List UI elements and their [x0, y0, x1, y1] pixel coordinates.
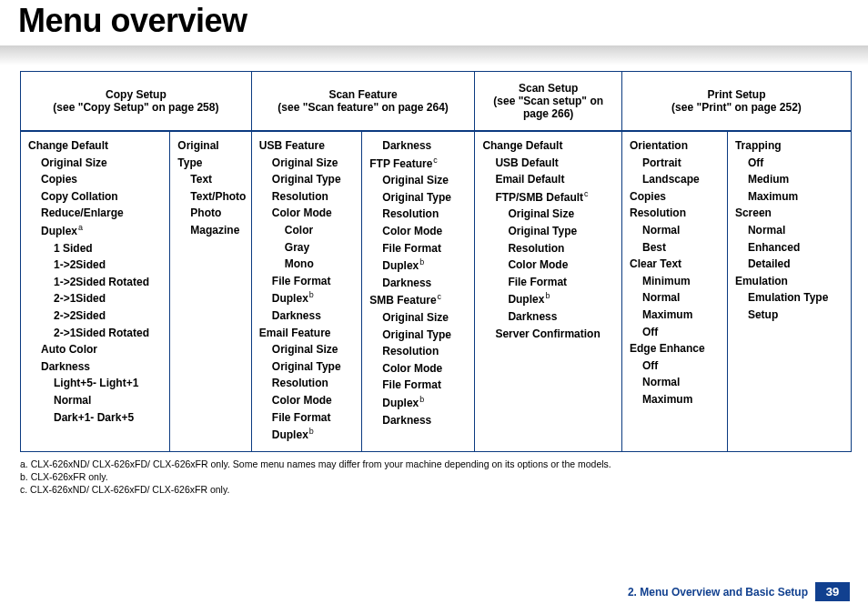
menu-item: Duplexb	[259, 289, 354, 307]
menu-item: Original Size	[259, 155, 354, 172]
menu-item: Color	[259, 222, 354, 239]
menu-item: Copies	[28, 171, 162, 188]
menu-item: File Format	[369, 240, 467, 257]
menu-item: Minimum	[630, 273, 720, 290]
menu-item: Resolution	[630, 205, 720, 222]
menu-item: Original Type	[482, 223, 614, 240]
menu-item: Photo	[177, 205, 243, 222]
menu-item: Normal	[28, 392, 162, 409]
menu-item: 2->2Sided	[28, 307, 162, 325]
menu-item: Darkness	[369, 412, 467, 429]
menu-item: Portrait	[630, 155, 720, 172]
menu-item: Resolution	[369, 206, 467, 223]
menu-item: Resolution	[482, 240, 614, 257]
menu-item: Off	[735, 155, 843, 172]
menu-item: Resolution	[259, 188, 354, 206]
footer-page-number: 39	[815, 582, 850, 601]
menu-item: Emulation Type	[735, 289, 843, 307]
footer-chapter: 2. Menu Overview and Basic Setup	[628, 586, 808, 599]
menu-item: Enhanced	[735, 239, 843, 257]
menu-item: Duplexa	[28, 222, 162, 240]
menu-item: Email Feature	[259, 325, 354, 342]
menu-item: Duplexb	[482, 290, 614, 308]
menu-item: Color Mode	[369, 223, 467, 240]
menu-item: Screen	[735, 205, 843, 222]
footnotes: a. CLX-626xND/ CLX-626xFD/ CLX-626xFR on…	[20, 458, 852, 497]
page-footer: 2. Menu Overview and Basic Setup 39	[628, 582, 850, 601]
menu-item: Mono	[259, 256, 354, 273]
footnote: c. CLX-626xND/ CLX-626xFD/ CLX-626xFR on…	[20, 483, 852, 496]
menu-item: Text	[177, 171, 243, 188]
menu-item: Edge Enhance	[630, 340, 720, 357]
menu-item: Resolution	[259, 375, 354, 392]
menu-item: Landscape	[630, 171, 720, 188]
menu-item: Original Size	[482, 206, 614, 223]
menu-item: USB Default	[482, 155, 614, 172]
menu-item: Change Default	[482, 137, 614, 155]
menu-item: Emulation	[735, 273, 843, 290]
menu-item: 1->2Sided Rotated	[28, 274, 162, 291]
menu-item: Color Mode	[259, 205, 354, 222]
menu-item: Darkness	[28, 358, 162, 376]
menu-item: File Format	[482, 274, 614, 291]
menu-item: Off	[630, 324, 720, 341]
menu-table: Copy Setup (see "Copy Setup" on page 258…	[20, 71, 852, 452]
menu-item: Original Size	[28, 155, 162, 172]
menu-item: Original Type	[369, 189, 467, 206]
menu-item: Normal	[735, 222, 843, 239]
menu-item: Best	[630, 239, 720, 257]
menu-item: Original Type	[259, 171, 354, 188]
menu-item: Original Type	[369, 327, 467, 344]
menu-item: Clear Text	[630, 256, 720, 273]
menu-item: Trapping	[735, 137, 843, 155]
menu-item: Auto Color	[28, 341, 162, 358]
cell-scanf-b: DarknessFTP FeaturecOriginal SizeOrigina…	[362, 131, 475, 451]
menu-item: File Format	[369, 377, 467, 394]
menu-item: Dark+1- Dark+5	[28, 409, 162, 427]
menu-item: Original Size	[369, 309, 467, 327]
cell-scans: Change DefaultUSB DefaultEmail DefaultFT…	[475, 131, 622, 451]
menu-item: Original Size	[369, 172, 467, 189]
menu-item: Darkness	[369, 137, 467, 155]
cell-print-a: OrientationPortraitLandscapeCopiesResolu…	[621, 131, 727, 451]
menu-item: Normal	[630, 289, 720, 307]
menu-item: Maximum	[630, 307, 720, 324]
menu-item: Normal	[630, 374, 720, 391]
menu-item: Gray	[259, 239, 354, 257]
menu-item: Maximum	[630, 391, 720, 408]
menu-item: Darkness	[369, 275, 467, 292]
menu-item: File Format	[259, 273, 354, 290]
cell-copy-b: Original TypeTextText/PhotoPhotoMagazine	[170, 131, 251, 451]
menu-item: Color Mode	[482, 257, 614, 274]
menu-item: Resolution	[369, 343, 467, 360]
menu-item: Color Mode	[259, 392, 354, 409]
menu-item: Off	[630, 357, 720, 375]
menu-item: FTP/SMB Defaultc	[482, 188, 614, 206]
cell-scanf-a: USB FeatureOriginal SizeOriginal TypeRes…	[251, 131, 361, 451]
col-header-copy: Copy Setup (see "Copy Setup" on page 258…	[21, 72, 252, 132]
menu-item: Darkness	[259, 307, 354, 325]
menu-item: Server Confirmation	[482, 326, 614, 343]
col-header-scanfeature: Scan Feature (see "Scan feature" on page…	[251, 72, 475, 132]
page-title: Menu overview	[18, 0, 868, 40]
menu-item: Copy Collation	[28, 188, 162, 206]
menu-item: USB Feature	[259, 137, 354, 155]
menu-item: Duplexb	[369, 257, 467, 275]
menu-item: Color Mode	[369, 360, 467, 377]
menu-item: SMB Featurec	[369, 291, 467, 309]
menu-item: Duplexb	[259, 426, 354, 444]
menu-item: Maximum	[735, 188, 843, 206]
menu-item: 1->2Sided	[28, 257, 162, 274]
menu-item: Magazine	[177, 222, 243, 239]
menu-item: Setup	[735, 307, 843, 324]
menu-item: Darkness	[482, 308, 614, 326]
menu-item: 2->1Sided Rotated	[28, 325, 162, 342]
content-area: Copy Setup (see "Copy Setup" on page 258…	[0, 65, 868, 496]
menu-item: Change Default	[28, 137, 162, 155]
menu-item: Original Type	[177, 137, 243, 171]
col-header-print: Print Setup (see "Print" on page 252)	[621, 72, 851, 132]
menu-item: Detailed	[735, 256, 843, 273]
menu-item: FTP Featurec	[369, 155, 467, 173]
menu-item: 2->1Sided	[28, 290, 162, 307]
menu-item: Reduce/Enlarge	[28, 205, 162, 222]
